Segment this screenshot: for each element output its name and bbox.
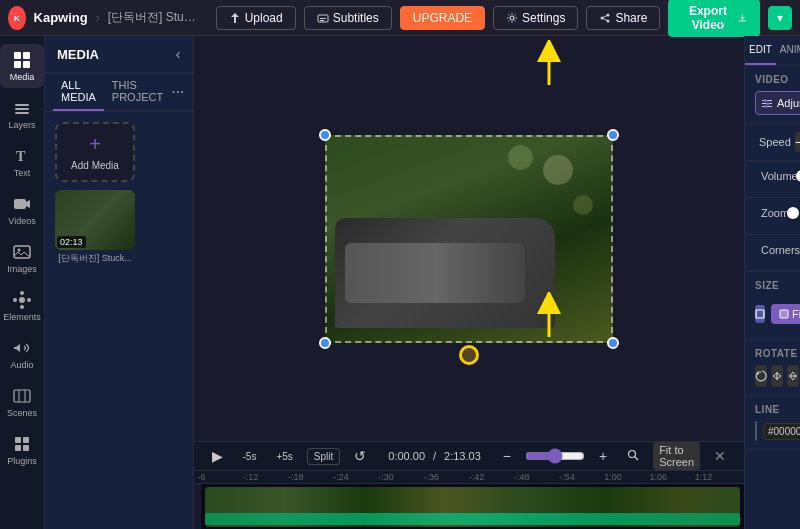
fill-icon: [779, 309, 789, 319]
sidebar-item-plugins[interactable]: Plugins: [0, 428, 44, 472]
play-button[interactable]: ▶: [206, 446, 229, 466]
resize-handle-top-left[interactable]: [319, 129, 331, 141]
kapwing-logo: K: [8, 6, 26, 30]
svg-point-22: [19, 297, 25, 303]
adjust-button[interactable]: Adjust: [755, 91, 800, 115]
timeline-tracks: [194, 484, 744, 529]
color-hex-value[interactable]: #000000: [763, 423, 800, 440]
close-button[interactable]: ✕: [708, 446, 732, 466]
volume-section: Volume: [745, 161, 800, 198]
svg-rect-17: [15, 112, 29, 114]
video-section-label: VIDEO: [755, 74, 790, 85]
svg-rect-32: [15, 445, 21, 451]
svg-point-43: [765, 105, 768, 108]
svg-rect-14: [23, 61, 30, 68]
fill-button[interactable]: Fill: [771, 304, 800, 324]
rotate-ccw-icon: [755, 370, 767, 382]
media-more-button[interactable]: ···: [171, 83, 184, 101]
flip-v-button[interactable]: [787, 365, 799, 387]
panel-tab-edit[interactable]: EDIT: [745, 36, 776, 65]
corners-section: Corners: [745, 235, 800, 272]
search-button[interactable]: [621, 446, 645, 466]
total-time: 2:13.03: [444, 450, 481, 462]
export-video-button[interactable]: Export Video: [668, 0, 760, 37]
ruler-mark-7: -:48: [514, 472, 559, 482]
volume-label: Volume: [761, 170, 798, 182]
svg-rect-19: [14, 199, 26, 209]
svg-point-25: [13, 298, 17, 302]
project-name[interactable]: [단독버전] Stuck with ...: [108, 9, 200, 26]
timeline-zoom-slider[interactable]: [525, 448, 585, 464]
ruler-mark-0: -6: [198, 472, 243, 482]
add-media-button[interactable]: + Add Media: [55, 122, 135, 182]
video-track[interactable]: [205, 487, 740, 527]
ruler-mark-10: 1:06: [650, 472, 695, 482]
ruler-mark-9: 1:00: [604, 472, 649, 482]
right-panel: EDIT ANIMATE EFFECTS TIMING VIDEO Adjust…: [744, 36, 800, 529]
canvas-video[interactable]: [324, 134, 614, 344]
sidebar-item-layers[interactable]: Layers: [0, 92, 44, 136]
plus5-button[interactable]: +5s: [270, 449, 298, 464]
plugins-icon: [12, 434, 32, 454]
sidebar-item-audio[interactable]: Audio: [0, 332, 44, 376]
resize-handle-bottom-left[interactable]: [319, 337, 331, 349]
sidebar-item-text-label: Text: [14, 168, 31, 178]
arrow-animate-indicator: [529, 40, 569, 93]
canvas-container: [324, 134, 614, 344]
split-button[interactable]: Split: [307, 448, 340, 465]
media-thumbnail[interactable]: 02:13: [55, 190, 135, 250]
timeline: ▶ -5s +5s Split ↺ 0:00.00 / 2:13.03 − + …: [194, 441, 744, 529]
rotate-ccw-button[interactable]: [755, 365, 767, 387]
resize-handle-top-right[interactable]: [607, 129, 619, 141]
sidebar-item-text[interactable]: T Text: [0, 140, 44, 184]
media-tab-project[interactable]: THIS PROJECT: [104, 73, 171, 111]
sidebar-item-videos-label: Videos: [8, 216, 35, 226]
size-row: Fill Lock Ratio: [755, 297, 790, 331]
upload-button[interactable]: Upload: [216, 6, 296, 30]
adjust-icon: [761, 97, 773, 109]
svg-rect-31: [23, 437, 29, 443]
flip-h-button[interactable]: [771, 365, 783, 387]
sidebar-item-scenes[interactable]: Scenes: [0, 380, 44, 424]
minus5-button[interactable]: -5s: [237, 449, 263, 464]
export-dropdown-button[interactable]: ▾: [768, 6, 792, 30]
media-tabs: ALL MEDIA THIS PROJECT ···: [45, 73, 193, 112]
svg-rect-16: [15, 108, 29, 110]
sidebar-item-media[interactable]: Media: [0, 44, 44, 88]
zoom-section: Zoom: [745, 198, 800, 235]
svg-point-23: [20, 291, 24, 295]
ruler-mark-11: 1:12: [695, 472, 740, 482]
text-icon: T: [12, 146, 32, 166]
audio-icon: [12, 338, 32, 358]
undo-button[interactable]: ↺: [348, 446, 372, 466]
color-swatch[interactable]: [755, 421, 757, 441]
speed-decrease-button[interactable]: −: [795, 132, 800, 152]
resize-handle-bottom-right[interactable]: [607, 337, 619, 349]
subtitles-button[interactable]: Subtitles: [304, 6, 392, 30]
zoom-in-button[interactable]: +: [593, 446, 613, 466]
media-grid: + Add Media 02:13 [단독버진] Stuck...: [45, 112, 193, 275]
settings-button[interactable]: Settings: [493, 6, 578, 30]
ruler-mark-8: -:54: [559, 472, 604, 482]
corners-row: Corners: [755, 243, 790, 257]
sidebar-item-elements[interactable]: Elements: [0, 284, 44, 328]
panel-tab-animate[interactable]: ANIMATE: [776, 36, 800, 65]
rotate-handle[interactable]: [459, 345, 479, 365]
sidebar-item-plugins-label: Plugins: [7, 456, 37, 466]
ruler-mark-4: -:30: [378, 472, 423, 482]
elements-icon: [12, 290, 32, 310]
svg-rect-12: [23, 52, 30, 59]
zoom-out-button[interactable]: −: [497, 446, 517, 466]
svg-point-42: [767, 102, 770, 105]
media-tab-all[interactable]: ALL MEDIA: [53, 73, 104, 111]
sidebar-item-images[interactable]: Images: [0, 236, 44, 280]
share-button[interactable]: Share: [586, 6, 660, 30]
layers-icon: [12, 98, 32, 118]
sidebar-item-videos[interactable]: Videos: [0, 188, 44, 232]
upgrade-button[interactable]: UPGRADE: [400, 6, 485, 30]
svg-line-37: [635, 457, 639, 461]
media-panel-collapse-button[interactable]: ‹: [176, 46, 181, 62]
fit-to-screen-label[interactable]: Fit to Screen: [653, 442, 700, 470]
svg-text:T: T: [16, 149, 26, 164]
panel-tabs: EDIT ANIMATE EFFECTS TIMING: [745, 36, 800, 66]
